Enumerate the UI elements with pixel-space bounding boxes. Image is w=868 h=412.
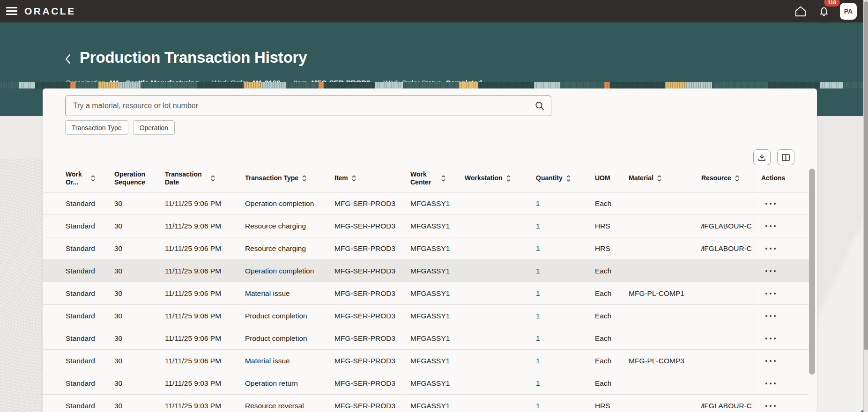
cell-operation-sequence: 30 [114, 260, 165, 282]
row-actions-button[interactable] [764, 311, 778, 321]
row-actions-button[interactable] [764, 289, 778, 298]
cell-value: Each [595, 379, 611, 388]
table-row[interactable]: Standard3011/11/25 9:06 PMMaterial issue… [43, 350, 809, 372]
column-header-resource[interactable]: Resource [701, 165, 752, 192]
cell-resource: MFGLABOUR-C [701, 215, 752, 237]
table-row[interactable]: Standard3011/11/25 9:06 PMResource charg… [43, 215, 809, 237]
table-row[interactable]: Standard3011/11/25 9:06 PMOperation comp… [43, 192, 809, 215]
cell-value: MFG-SER-PROD3 [334, 244, 395, 253]
table-row[interactable]: Standard3011/11/25 9:03 PMOperation retu… [43, 372, 809, 395]
table-row[interactable]: Standard3011/11/25 9:06 PMOperation comp… [43, 260, 809, 282]
cell-uom: Each [595, 192, 629, 214]
cell-value: Each [595, 312, 611, 320]
sort-icon[interactable] [734, 175, 740, 182]
cell-workstation [465, 327, 536, 349]
cell-value: MFG-SER-PROD3 [334, 334, 395, 343]
cell-resource: MFGLABOUR-C [701, 395, 752, 412]
cell-value: Resource reversal [245, 402, 304, 410]
cell-value: Resource charging [245, 244, 306, 253]
cell-value: MFG-PL-COMP3 [629, 357, 684, 365]
home-icon[interactable] [793, 4, 808, 19]
window-scrollbar-thumb[interactable] [864, 1, 868, 350]
filter-chip-transaction-type[interactable]: Transaction Type [65, 120, 128, 135]
column-label: Workstation [465, 174, 503, 182]
row-actions-button[interactable] [764, 356, 778, 366]
cell-resource [701, 305, 752, 327]
column-header-material[interactable]: Material [629, 165, 701, 192]
cell-value: Standard [66, 379, 95, 388]
table-row[interactable]: Standard3011/11/25 9:06 PMMaterial issue… [43, 282, 809, 305]
menu-icon[interactable] [6, 7, 17, 15]
cell-value: MFGASSY1 [410, 334, 450, 343]
column-header-transaction-date[interactable]: Transaction Date [165, 165, 245, 192]
cell-value: 11/11/25 9:06 PM [165, 334, 221, 343]
cell-transaction-date: 11/11/25 9:06 PM [165, 305, 245, 327]
cell-value: MFGASSY1 [410, 357, 450, 365]
cell-work-order: Standard [43, 305, 114, 327]
table-row[interactable]: Standard3011/11/25 9:03 PMResource rever… [43, 395, 809, 412]
cell-resource [701, 327, 752, 349]
window-scrollbar[interactable] [863, 0, 868, 412]
cell-workstation [465, 350, 536, 372]
table-scrollbar[interactable] [809, 169, 815, 375]
cell-transaction-type: Material issue [245, 350, 334, 372]
column-header-transaction-type[interactable]: Transaction Type [245, 165, 334, 192]
table-row[interactable]: Standard3011/11/25 9:06 PMProduct comple… [43, 305, 809, 327]
cell-transaction-type: Operation return [245, 372, 334, 394]
row-actions-button[interactable] [764, 221, 778, 231]
avatar[interactable]: PA [840, 3, 857, 20]
cell-material: MFG-PL-COMP1 [629, 282, 701, 304]
cell-work-order: Standard [43, 192, 114, 214]
cell-transaction-type: Resource reversal [245, 395, 334, 412]
cell-uom: Each [595, 305, 629, 327]
column-label: Transaction Type [245, 174, 298, 182]
cell-transaction-type: Product completion [245, 327, 334, 349]
column-header-item[interactable]: Item [334, 165, 410, 192]
column-label: Work Or... [66, 170, 87, 186]
cell-transaction-type: Resource charging [245, 215, 334, 237]
cell-value: MFG-SER-PROD3 [334, 379, 395, 388]
bell-icon[interactable]: 118 [816, 4, 831, 19]
download-icon[interactable] [753, 149, 771, 165]
table-row[interactable]: Standard3011/11/25 9:06 PMProduct comple… [43, 327, 809, 350]
cell-resource [701, 282, 752, 304]
row-actions-button[interactable] [764, 334, 778, 343]
cell-material [629, 260, 701, 282]
sort-icon[interactable] [566, 175, 571, 182]
column-header-workstation[interactable]: Workstation [465, 165, 536, 192]
row-actions-button[interactable] [764, 199, 778, 208]
cell-operation-sequence: 30 [114, 350, 165, 372]
sort-icon[interactable] [351, 175, 356, 182]
table-header: Work Or...Operation SequenceTransaction … [43, 165, 809, 192]
search-input[interactable] [65, 96, 551, 116]
row-actions-button[interactable] [764, 379, 778, 388]
cell-uom: HRS [595, 237, 629, 259]
sort-icon[interactable] [441, 175, 446, 182]
cell-value: Standard [66, 267, 95, 275]
sort-icon[interactable] [210, 175, 215, 182]
filter-chip-operation[interactable]: Operation [133, 120, 175, 135]
sort-icon[interactable] [302, 175, 307, 182]
sort-icon[interactable] [90, 175, 96, 182]
column-header-quantity[interactable]: Quantity [536, 165, 595, 192]
cell-resource [701, 260, 752, 282]
cell-material [629, 395, 701, 412]
column-header-work-center[interactable]: Work Center [410, 165, 465, 192]
cell-value: 30 [114, 357, 122, 365]
row-actions-button[interactable] [764, 401, 778, 411]
cell-value: MFG-PL-COMP1 [629, 289, 684, 298]
sort-icon[interactable] [657, 175, 662, 182]
cell-item: MFG-SER-PROD3 [334, 327, 410, 349]
sort-icon[interactable] [506, 175, 511, 182]
cell-material [629, 192, 701, 214]
table-row[interactable]: Standard3011/11/25 9:06 PMResource charg… [43, 237, 809, 260]
cell-transaction-date: 11/11/25 9:06 PM [165, 350, 245, 372]
cell-quantity: 1 [536, 350, 595, 372]
row-actions-button[interactable] [764, 266, 778, 276]
search-icon[interactable] [534, 101, 545, 111]
columns-icon[interactable] [777, 149, 794, 165]
column-header-work-order[interactable]: Work Or... [43, 165, 114, 192]
row-actions-button[interactable] [764, 244, 778, 253]
cell-work-center: MFGASSY1 [410, 327, 465, 349]
back-icon[interactable] [61, 52, 74, 66]
